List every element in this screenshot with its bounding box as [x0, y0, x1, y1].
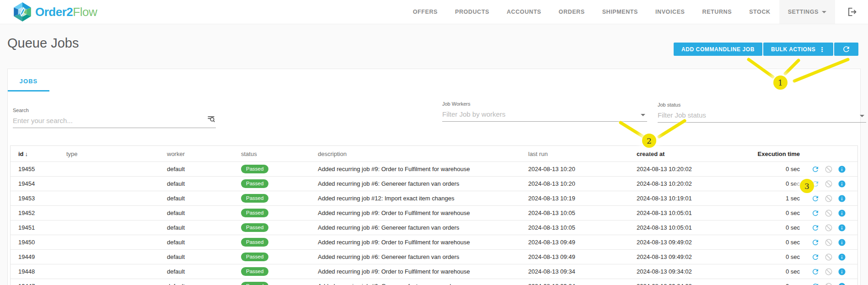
- job-workers-select[interactable]: [442, 109, 647, 122]
- logout-button[interactable]: [846, 6, 858, 18]
- status-badge: Passed: [241, 194, 268, 203]
- cell-status: Passed: [241, 165, 318, 174]
- page-title: Queue Jobs: [7, 36, 79, 51]
- cell-status: Passed: [241, 267, 318, 276]
- cancel-job-button[interactable]: [825, 253, 833, 261]
- add-commandline-job-button[interactable]: ADD COMMANDLINE JOB: [674, 43, 762, 56]
- chevron-down-icon[interactable]: [860, 115, 864, 117]
- cell-actions: [800, 268, 857, 276]
- cell-last-run: 2024-08-13 10:19: [528, 195, 637, 202]
- job-info-button[interactable]: [838, 253, 846, 261]
- nav-item-products[interactable]: PRODUCTS: [446, 0, 498, 24]
- status-badge: Passed: [241, 179, 268, 188]
- cell-worker: default: [167, 224, 241, 231]
- table-row: 19447defaultPassedAdded recurring job #6…: [11, 279, 857, 285]
- table-header-row: id ↓ type worker status description last…: [11, 146, 857, 161]
- job-status-select[interactable]: [658, 110, 866, 123]
- cancel-job-button[interactable]: [825, 209, 833, 217]
- nav-item-returns[interactable]: RETURNS: [694, 0, 741, 24]
- cell-created-at: 2024-08-13 10:05:01: [637, 224, 756, 231]
- app-window: Order2Flow OFFERSPRODUCTSACCOUNTSORDERSS…: [0, 0, 868, 285]
- cell-execution-time: 0 sec: [756, 224, 800, 231]
- cell-status: Passed: [241, 253, 318, 262]
- status-badge: Passed: [241, 253, 268, 262]
- cell-description: Added recurring job #9: Order to Fulfilm…: [318, 239, 528, 246]
- add-commandline-job-label: ADD COMMANDLINE JOB: [681, 46, 755, 53]
- refresh-list-button[interactable]: [834, 43, 858, 56]
- job-info-button[interactable]: [838, 194, 846, 203]
- rerun-job-button[interactable]: [811, 282, 820, 285]
- column-header-id[interactable]: id ↓: [11, 151, 66, 157]
- column-header-description[interactable]: description: [318, 151, 528, 157]
- cell-id: 19450: [11, 239, 66, 246]
- search-input[interactable]: [13, 116, 216, 128]
- cell-worker: default: [167, 166, 241, 172]
- nav-item-stock[interactable]: STOCK: [740, 0, 779, 24]
- rerun-job-button[interactable]: [811, 268, 820, 276]
- column-header-created-at[interactable]: created at: [637, 151, 756, 157]
- column-header-type[interactable]: type: [66, 151, 167, 157]
- cancel-job-button[interactable]: [825, 238, 833, 247]
- nav-item-shipments[interactable]: SHIPMENTS: [594, 0, 647, 24]
- cell-last-run: 2024-08-13 09:49: [528, 253, 637, 260]
- cell-execution-time: 0 sec: [756, 166, 800, 172]
- cell-worker: default: [167, 283, 241, 285]
- cancel-job-button[interactable]: [825, 194, 833, 203]
- nav-item-offers[interactable]: OFFERS: [404, 0, 446, 24]
- rerun-job-button[interactable]: [811, 253, 820, 261]
- column-header-status[interactable]: status: [241, 151, 318, 157]
- rerun-job-button[interactable]: [811, 209, 820, 217]
- jobs-card: JOBS Search Job Workers Job: [7, 69, 861, 285]
- rerun-job-button[interactable]: [811, 165, 820, 173]
- cell-created-at: 2024-08-13 10:20:02: [637, 166, 756, 172]
- cell-id: 19455: [11, 166, 66, 172]
- job-info-button[interactable]: [838, 209, 846, 217]
- logout-icon: [846, 6, 858, 18]
- job-info-button[interactable]: [838, 282, 846, 285]
- job-info-button[interactable]: [838, 268, 846, 276]
- more-vert-icon: ⋮: [819, 46, 825, 53]
- cell-worker: default: [167, 253, 241, 260]
- table-row: 19455defaultPassedAdded recurring job #9…: [11, 161, 857, 176]
- rerun-job-button[interactable]: [811, 194, 820, 203]
- annotation-marker-2: 2: [642, 134, 656, 148]
- bulk-actions-button[interactable]: BULK ACTIONS ⋮: [763, 43, 833, 56]
- nav-item-orders[interactable]: ORDERS: [550, 0, 594, 24]
- cell-last-run: 2024-08-13 09:34: [528, 283, 637, 285]
- status-badge: Passed: [241, 223, 268, 232]
- job-info-button[interactable]: [838, 224, 846, 232]
- cell-status: Passed: [241, 282, 318, 285]
- search-filter: Search: [13, 108, 216, 128]
- brand-logo[interactable]: Order2Flow: [13, 1, 97, 22]
- cancel-job-button[interactable]: [825, 268, 833, 276]
- status-badge: Passed: [241, 267, 268, 276]
- cell-actions: [800, 224, 857, 232]
- cell-id: 19451: [11, 224, 66, 231]
- rerun-job-button[interactable]: [811, 224, 820, 232]
- cell-description: Added recurring job #6: Genereer facture…: [318, 283, 528, 285]
- nav-item-settings[interactable]: SETTINGS: [779, 0, 835, 24]
- nav-item-accounts[interactable]: ACCOUNTS: [498, 0, 550, 24]
- cancel-job-button[interactable]: [825, 224, 833, 232]
- cell-created-at: 2024-08-13 10:19:01: [637, 195, 756, 202]
- cell-id: 19453: [11, 195, 66, 202]
- cell-actions: [800, 238, 857, 247]
- cancel-job-button[interactable]: [825, 165, 833, 173]
- chevron-down-icon[interactable]: [641, 114, 645, 116]
- job-info-button[interactable]: [838, 165, 846, 173]
- cancel-job-button[interactable]: [825, 180, 833, 188]
- annotation-marker-1: 1: [773, 75, 788, 90]
- cell-created-at: 2024-08-13 09:34:02: [637, 283, 756, 285]
- column-header-execution-time[interactable]: Execution time: [756, 151, 800, 157]
- tab-jobs[interactable]: JOBS: [8, 69, 49, 85]
- cell-execution-time: 1 sec: [756, 195, 800, 202]
- job-info-button[interactable]: [838, 180, 846, 188]
- cell-status: Passed: [241, 223, 318, 232]
- rerun-job-button[interactable]: [811, 238, 820, 247]
- column-header-last-run[interactable]: last run: [528, 151, 637, 157]
- column-header-worker[interactable]: worker: [167, 151, 241, 157]
- job-info-button[interactable]: [838, 238, 846, 247]
- table-row: 19451defaultPassedAdded recurring job #6…: [11, 220, 857, 235]
- nav-item-invoices[interactable]: INVOICES: [647, 0, 694, 24]
- cancel-job-button[interactable]: [825, 282, 833, 285]
